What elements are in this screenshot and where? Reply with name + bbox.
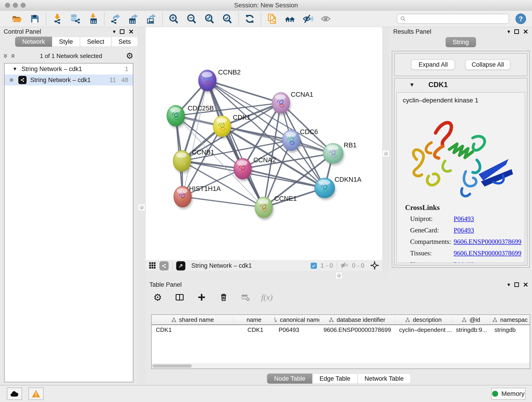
show-all-icon[interactable] — [319, 12, 332, 25]
right-splitter-handle[interactable] — [382, 150, 389, 157]
crosslinks-section: CrossLinks Uniprot:P06493 GeneCard:P0649… — [405, 204, 525, 263]
left-splitter-handle[interactable] — [138, 204, 145, 211]
panel-float-icon[interactable] — [514, 282, 519, 287]
network-view-title: String Network – cdk1 — [191, 262, 252, 269]
zoom-selected-icon[interactable] — [221, 12, 234, 25]
tab-sets[interactable]: Sets — [111, 37, 138, 47]
network-edge-CCNA2-CDKN1A[interactable] — [243, 169, 325, 188]
cloud-status-button[interactable] — [7, 388, 22, 400]
panel-close-icon[interactable]: ✕ — [128, 28, 134, 36]
network-node-CCNE1[interactable] — [255, 197, 274, 220]
tab-select[interactable]: Select — [80, 37, 111, 47]
table-horizontal-scrollbar[interactable] — [152, 364, 530, 369]
import-network-from-database-icon[interactable] — [69, 12, 82, 25]
selected-counter: 1 - 0 — [321, 262, 333, 269]
show-columns-icon[interactable] — [173, 291, 186, 304]
network-options-gear-icon[interactable]: ⚙ — [126, 51, 133, 61]
selected-nodes-checkbox[interactable] — [311, 263, 317, 269]
network-node-CDK1[interactable] — [213, 116, 232, 139]
horizontal-splitter-handle[interactable] — [336, 272, 342, 279]
crosslink-pharos-link[interactable]: P06493 — [454, 261, 474, 263]
column-header-canonical-name[interactable]: canonical name — [274, 315, 319, 325]
tab-string[interactable]: String — [446, 37, 476, 47]
warnings-button[interactable] — [28, 388, 44, 400]
gene-section-header[interactable]: ▼ CDK1 — [394, 78, 527, 91]
panel-menu-icon[interactable]: ▾ — [507, 281, 510, 288]
pan-crosshair-icon[interactable] — [370, 261, 379, 271]
network-view-canvas[interactable]: CCNB2CCNA1CDC25BCDK1CDC6RB1CCNB1CCNA2CDK… — [146, 27, 382, 260]
memory-status-dot — [492, 391, 498, 397]
column-header-namespace[interactable]: namespac — [490, 315, 530, 325]
network-node-CCNA2[interactable] — [234, 158, 253, 181]
network-node-CDKN1A[interactable] — [315, 178, 336, 200]
network-row[interactable]: String Network – cdk1 11 48 — [5, 75, 133, 85]
panel-close-icon[interactable]: ✕ — [523, 28, 528, 36]
import-table-icon[interactable] — [87, 12, 99, 25]
table-panel-tabs: Node Table Edge Table Network Table — [267, 374, 411, 384]
network-node-CCNB2[interactable] — [198, 70, 217, 93]
collection-expand-icon[interactable]: ▼ — [12, 66, 17, 72]
zoom-fit-icon[interactable] — [203, 12, 216, 25]
zoom-in-icon[interactable] — [167, 12, 180, 25]
network-edge-CCNB2-CCNA1[interactable] — [207, 80, 281, 103]
delete-table-icon[interactable] — [239, 291, 252, 304]
tab-edge-table[interactable]: Edge Table — [312, 374, 357, 384]
first-neighbors-icon[interactable] — [284, 12, 297, 25]
network-node-label-CCNB2: CCNB2 — [218, 69, 241, 76]
crosslink-tissues-link[interactable]: 9606.ENSP00000378699 — [454, 249, 521, 257]
tab-network[interactable]: Network — [15, 37, 52, 47]
function-builder-icon[interactable]: f(x) — [261, 293, 273, 302]
expand-all-button[interactable]: Expand All — [411, 59, 455, 70]
tab-node-table[interactable]: Node Table — [267, 374, 312, 384]
collapse-all-button[interactable]: Collapse All — [465, 59, 510, 70]
column-header-name[interactable]: name — [234, 315, 274, 325]
panel-menu-icon[interactable]: ▾ — [507, 28, 510, 35]
crosslink-label: Compartments: — [410, 238, 454, 245]
import-network-icon[interactable] — [51, 12, 64, 25]
open-session-icon[interactable] — [11, 12, 23, 25]
grid-mode-icon[interactable] — [149, 262, 156, 270]
memory-button[interactable]: Memory — [491, 388, 526, 400]
search-input[interactable] — [397, 14, 509, 24]
crosslink-uniprot-link[interactable]: P06493 — [454, 215, 474, 223]
panel-float-icon[interactable] — [120, 29, 124, 34]
help-button[interactable]: ? — [515, 13, 526, 24]
export-table-icon[interactable] — [127, 12, 140, 25]
birds-eye-view-icon[interactable] — [176, 261, 185, 270]
refresh-icon[interactable] — [243, 12, 256, 25]
panel-close-icon[interactable]: ✕ — [523, 281, 528, 288]
delete-column-icon[interactable] — [217, 291, 230, 304]
table-options-gear-icon[interactable]: ⚙ — [151, 291, 164, 304]
hide-selected-icon[interactable] — [302, 12, 314, 25]
column-header-database-identifier[interactable]: database identifier — [319, 315, 395, 325]
save-session-icon[interactable] — [28, 12, 41, 25]
export-image-icon[interactable] — [145, 12, 158, 25]
network-node-RB1[interactable] — [323, 143, 344, 166]
hidden-counter: 0 - 0 — [352, 262, 364, 269]
clone-network-icon[interactable] — [266, 12, 279, 25]
export-network-icon[interactable] — [109, 12, 122, 25]
crosslink-genecard-link[interactable]: P06493 — [454, 226, 474, 234]
create-column-icon[interactable] — [195, 291, 208, 304]
tab-style[interactable]: Style — [52, 37, 80, 47]
network-thumbnail-icon[interactable] — [159, 261, 169, 270]
zoom-out-icon[interactable] — [185, 12, 198, 25]
expand-all-networks-icon[interactable]: « — [10, 54, 18, 58]
network-node-label-CDC25B: CDC25B — [188, 104, 214, 112]
gene-collapse-icon[interactable]: ▼ — [409, 82, 415, 88]
left-splitter[interactable] — [138, 27, 146, 384]
column-header-shared-name[interactable]: shared name — [152, 315, 234, 325]
crosslink-compartments-link[interactable]: 9606.ENSP00000378699 — [454, 238, 521, 245]
network-node-label-CCNA2: CCNA2 — [253, 156, 276, 164]
collapse-all-networks-icon[interactable]: » — [2, 54, 10, 58]
panel-menu-icon[interactable]: ▾ — [113, 28, 115, 35]
network-edge-HIST1H1A-CCNE1[interactable] — [183, 197, 264, 207]
column-header-id[interactable]: @id — [452, 315, 490, 325]
column-header-description[interactable]: description — [395, 315, 452, 325]
network-collection-row[interactable]: ▼ String Network – cdk1 1 — [5, 64, 133, 75]
tab-network-table[interactable]: Network Table — [357, 374, 411, 384]
network-edge-CCNA2-HIST1H1A[interactable] — [183, 169, 243, 197]
table-row[interactable]: CDK1 CDK1 P06493 9606.ENSP00000378699 cy… — [152, 325, 530, 335]
panel-float-icon[interactable] — [514, 29, 519, 34]
network-node-label-CDC6: CDC6 — [300, 128, 318, 135]
